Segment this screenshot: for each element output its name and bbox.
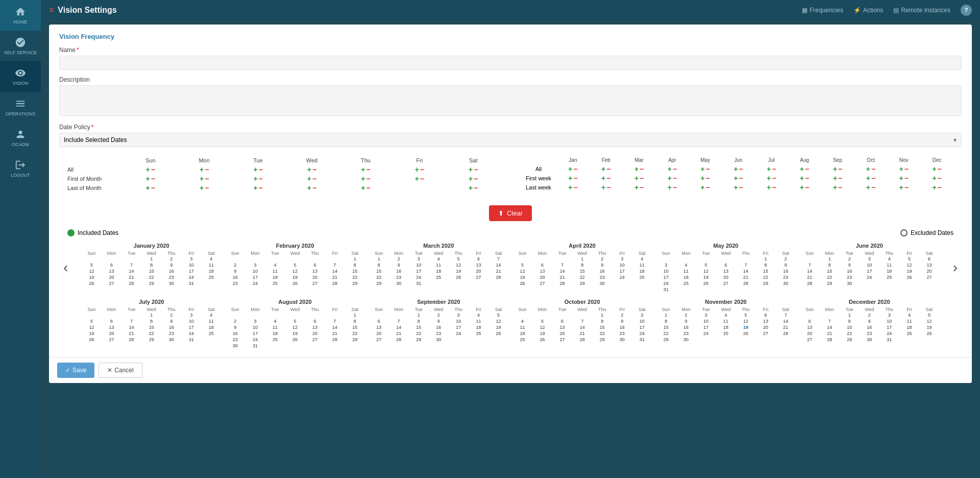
day-last-sun[interactable]: +− (124, 184, 177, 192)
calendar-day[interactable] (102, 312, 121, 318)
week-last-jan[interactable]: +− (556, 183, 590, 192)
calendar-day[interactable]: 17 (632, 324, 652, 330)
calendar-day[interactable]: 12 (512, 268, 532, 274)
calendar-day[interactable]: 24 (449, 330, 469, 337)
calendar-day[interactable]: 16 (860, 324, 879, 330)
calendar-day[interactable]: 2 (676, 312, 696, 318)
calendar-day[interactable]: 31 (879, 337, 899, 343)
calendar-day[interactable]: 13 (532, 268, 552, 274)
calendar-day[interactable]: 27 (102, 280, 121, 286)
calendar-day[interactable]: 1 (840, 312, 860, 318)
calendar-day[interactable]: 5 (899, 256, 919, 262)
calendar-day[interactable]: 18 (265, 274, 285, 280)
calendar-day[interactable] (696, 256, 716, 262)
calendar-day[interactable]: 28 (800, 280, 820, 286)
calendar-day[interactable]: 22 (656, 330, 676, 337)
calendar-day[interactable]: 22 (409, 330, 429, 337)
calendar-day[interactable]: 9 (592, 262, 612, 268)
calendar-day[interactable]: 14 (572, 324, 592, 330)
calendar-day[interactable]: 19 (736, 324, 756, 330)
calendar-day[interactable] (860, 280, 879, 286)
calendar-day[interactable]: 11 (632, 262, 652, 268)
calendar-day[interactable]: 27 (552, 337, 572, 343)
calendar-day[interactable] (919, 337, 939, 343)
week-last-sep[interactable]: +− (821, 183, 854, 192)
calendar-day[interactable]: 28 (572, 337, 592, 343)
calendar-day[interactable]: 1 (141, 312, 161, 318)
calendar-day[interactable]: 8 (369, 262, 389, 268)
calendar-day[interactable] (776, 286, 796, 293)
calendar-day[interactable] (696, 286, 716, 293)
calendar-day[interactable]: 30 (389, 280, 409, 286)
calendar-day[interactable]: 8 (656, 318, 676, 324)
calendar-day[interactable]: 18 (899, 324, 919, 330)
sidebar-item-home[interactable]: HOME (0, 0, 41, 31)
calendar-day[interactable] (716, 256, 736, 262)
calendar-day[interactable]: 29 (820, 280, 840, 286)
calendar-day[interactable]: 27 (919, 274, 939, 280)
calendar-day[interactable]: 15 (141, 324, 161, 330)
calendar-day[interactable]: 29 (345, 280, 365, 286)
calendar-day[interactable]: 10 (449, 318, 469, 324)
calendar-day[interactable] (121, 256, 141, 262)
sidebar-item-operations[interactable]: OPERATIONS (0, 92, 41, 123)
week-last-apr[interactable]: +− (656, 183, 689, 192)
calendar-day[interactable]: 26 (488, 330, 508, 337)
day-all-mon-minus[interactable]: − (205, 165, 209, 174)
calendar-day[interactable]: 29 (409, 337, 429, 343)
calendar-day[interactable]: 17 (656, 274, 676, 280)
calendar-day[interactable] (325, 312, 345, 318)
calendar-day[interactable]: 23 (860, 330, 879, 337)
sidebar-item-vision[interactable]: VISION (0, 61, 41, 92)
calendar-day[interactable]: 1 (656, 312, 676, 318)
name-input[interactable] (59, 56, 962, 70)
day-first-wed[interactable]: +− (285, 175, 338, 183)
calendar-day[interactable]: 3 (245, 262, 265, 268)
calendar-day[interactable]: 12 (285, 324, 305, 330)
date-policy-select[interactable]: Include Selected Dates Exclude Selected … (59, 133, 962, 147)
calendar-day[interactable]: 10 (879, 318, 899, 324)
calendar-day[interactable]: 16 (225, 330, 245, 337)
calendar-day[interactable]: 15 (592, 324, 612, 330)
calendar-day[interactable]: 28 (488, 274, 508, 280)
calendar-day[interactable]: 13 (469, 262, 488, 268)
day-all-tue[interactable]: +− (231, 165, 285, 174)
calendar-day[interactable]: 11 (716, 318, 736, 324)
calendar-day[interactable] (532, 312, 552, 318)
calendar-day[interactable]: 30 (860, 337, 879, 343)
calendar-day[interactable] (488, 280, 508, 286)
calendar-day[interactable]: 14 (121, 268, 141, 274)
calendar-day[interactable]: 26 (82, 337, 102, 343)
day-all-sun-minus[interactable]: − (151, 165, 155, 174)
week-first-feb[interactable]: +− (590, 174, 623, 182)
calendar-day[interactable]: 26 (512, 280, 532, 286)
calendar-day[interactable]: 12 (285, 268, 305, 274)
calendar-day[interactable] (488, 337, 508, 343)
week-all-apr[interactable]: +− (656, 165, 689, 173)
calendar-day[interactable]: 27 (305, 337, 325, 343)
calendar-day[interactable]: 7 (488, 256, 508, 262)
calendar-day[interactable]: 14 (800, 268, 820, 274)
calendar-day[interactable]: 3 (245, 318, 265, 324)
cancel-button[interactable]: ✕ Cancel (99, 363, 142, 378)
calendar-day[interactable]: 11 (676, 268, 696, 274)
calendar-day[interactable]: 21 (488, 268, 508, 274)
calendar-day[interactable]: 17 (612, 268, 632, 274)
calendar-day[interactable]: 14 (325, 268, 345, 274)
calendar-day[interactable]: 5 (285, 262, 305, 268)
calendar-day[interactable]: 8 (141, 262, 161, 268)
day-all-thu-plus[interactable]: + (361, 165, 365, 174)
calendar-day[interactable]: 11 (429, 262, 449, 268)
calendar-day[interactable] (716, 286, 736, 293)
calendar-day[interactable]: 22 (345, 330, 365, 337)
calendar-day[interactable]: 5 (512, 262, 532, 268)
calendar-day[interactable]: 8 (820, 262, 840, 268)
calendar-day[interactable]: 18 (676, 274, 696, 280)
calendar-day[interactable]: 22 (141, 274, 161, 280)
calendar-day[interactable]: 21 (552, 274, 572, 280)
calendar-day[interactable]: 23 (840, 274, 860, 280)
calendar-day[interactable]: 10 (696, 318, 716, 324)
calendar-day[interactable]: 20 (102, 330, 121, 337)
calendar-day[interactable]: 9 (840, 262, 860, 268)
day-all-sun[interactable]: +− (124, 165, 177, 174)
